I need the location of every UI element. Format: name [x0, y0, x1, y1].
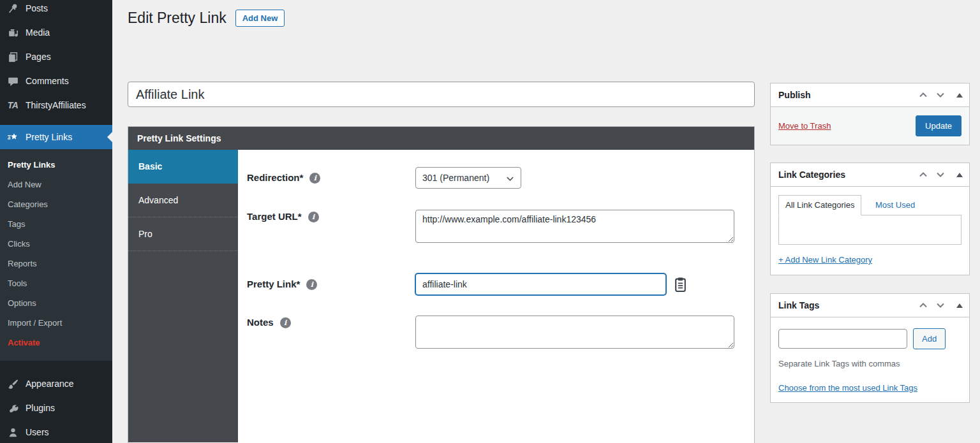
info-icon[interactable]: i: [308, 212, 319, 222]
sidebar-item-label: Media: [26, 27, 50, 38]
choose-most-used-tags-link[interactable]: Choose from the most used Link Tags: [778, 383, 917, 393]
main-content: Edit Pretty Link Add New Pretty Link Set…: [128, 0, 755, 443]
sidebar-item-pretty-links[interactable]: Pretty Links: [0, 125, 112, 149]
link-categories-body: All Link Categories Most Used + Add New …: [771, 186, 969, 275]
collapse-toggle-icon[interactable]: [956, 303, 963, 308]
sidebar-item-label: Appearance: [26, 379, 74, 389]
sidebar-item-media[interactable]: Media: [0, 20, 112, 45]
move-down-icon[interactable]: [935, 301, 946, 310]
tab-basic[interactable]: Basic: [128, 150, 238, 184]
category-list-panel[interactable]: [778, 215, 961, 245]
sidebar-item-posts[interactable]: Posts: [0, 0, 112, 20]
submenu-item-tags[interactable]: Tags: [0, 214, 112, 234]
sidebar-item-plugins[interactable]: Plugins: [0, 396, 112, 420]
publish-box-body: Move to Trash Update: [771, 106, 969, 145]
submenu-item-add-new[interactable]: Add New: [0, 175, 112, 194]
target-url-row: Target URL* i http://www.example.com/aff…: [247, 210, 741, 243]
pretty-link-settings-box: Pretty Link Settings Basic Advanced Pro …: [128, 126, 755, 443]
link-categories-box: Link Categories All Link Categories Most…: [770, 163, 970, 275]
redirection-label-wrap: Redirection* i: [247, 167, 415, 189]
move-down-icon[interactable]: [935, 170, 946, 179]
sidebar-item-label: Plugins: [26, 403, 55, 413]
submenu-item-categories[interactable]: Categories: [0, 194, 112, 214]
sidebar-item-label: Pretty Links: [26, 132, 72, 142]
pretty-link-input[interactable]: [415, 273, 666, 295]
add-new-link-category-link[interactable]: + Add New Link Category: [778, 255, 872, 265]
link-title-input[interactable]: [128, 82, 755, 107]
redirection-select-wrap: 301 (Permanent): [415, 167, 521, 189]
sidebar-item-pages[interactable]: Pages: [0, 45, 112, 69]
update-button[interactable]: Update: [916, 115, 961, 136]
admin-menu-top: Posts Media Pages Comments TA ThirstyAff…: [0, 0, 112, 443]
move-down-icon[interactable]: [935, 91, 946, 99]
notes-textarea[interactable]: [415, 316, 734, 349]
move-up-icon[interactable]: [918, 170, 928, 179]
publish-box: Publish Move to Trash Update: [770, 83, 970, 145]
pages-icon: [6, 50, 20, 64]
move-up-icon[interactable]: [918, 91, 928, 99]
paintbrush-icon: [6, 377, 20, 391]
notes-label: Notes: [247, 317, 274, 328]
redirection-row: Redirection* i 301 (Permanent): [247, 167, 741, 189]
clipboard-copy-icon[interactable]: [674, 277, 687, 293]
info-icon[interactable]: i: [309, 173, 320, 184]
submenu-item-pretty-links[interactable]: Pretty Links: [0, 155, 112, 175]
submenu-item-import-export[interactable]: Import / Export: [0, 313, 112, 333]
submenu-item-tools[interactable]: Tools: [0, 273, 112, 293]
settings-box-body: Basic Advanced Pro Redirection* i 301 (P…: [128, 150, 754, 442]
notes-row: Notes i: [247, 316, 741, 349]
sidebar-item-users[interactable]: Users: [0, 420, 112, 443]
sidebar-item-thirstyaffiliates[interactable]: TA ThirstyAffiliates: [0, 93, 112, 117]
link-tags-body: Add Separate Link Tags with commas Choos…: [771, 317, 969, 402]
page-title: Edit Pretty Link: [128, 8, 226, 27]
sidebar-item-label: Users: [26, 427, 49, 437]
collapse-toggle-icon[interactable]: [956, 93, 963, 98]
redirection-select[interactable]: 301 (Permanent): [415, 167, 521, 189]
page-header: Edit Pretty Link Add New: [128, 8, 755, 27]
target-url-label: Target URL*: [247, 211, 302, 222]
notes-label-wrap: Notes i: [247, 316, 415, 349]
settings-box-title: Pretty Link Settings: [128, 127, 754, 150]
category-tabs: All Link Categories Most Used: [778, 195, 961, 215]
tab-all-link-categories[interactable]: All Link Categories: [778, 195, 861, 215]
submenu-item-clicks[interactable]: Clicks: [0, 234, 112, 254]
admin-menu-bottom: Appearance Plugins Users: [0, 361, 112, 443]
postbox-controls: [918, 301, 963, 310]
tag-hint-text: Separate Link Tags with commas: [778, 359, 961, 368]
pretty-link-controls: [415, 273, 687, 295]
move-to-trash-link[interactable]: Move to Trash: [778, 121, 831, 131]
sidebar-item-comments[interactable]: Comments: [0, 69, 112, 93]
add-tag-button[interactable]: Add: [913, 328, 946, 349]
link-tags-box: Link Tags Add Separate Link Tags with co…: [770, 293, 970, 403]
link-tags-header[interactable]: Link Tags: [771, 294, 969, 317]
link-categories-header[interactable]: Link Categories: [771, 163, 969, 186]
settings-form: Redirection* i 301 (Permanent) T: [238, 150, 754, 442]
sidebar-item-appearance[interactable]: Appearance: [0, 372, 112, 396]
collapse-toggle-icon[interactable]: [956, 173, 963, 177]
submenu-item-activate[interactable]: Activate: [0, 333, 112, 352]
postbox-controls: [918, 91, 963, 99]
tab-most-used[interactable]: Most Used: [875, 200, 915, 210]
tab-pro[interactable]: Pro: [128, 217, 238, 251]
publish-box-title: Publish: [778, 90, 918, 100]
media-icon: [6, 25, 20, 40]
pretty-link-label-wrap: Pretty Link* i: [247, 273, 415, 295]
tag-input-row: Add: [778, 328, 961, 349]
pretty-link-row: Pretty Link* i: [247, 273, 741, 295]
submenu-item-reports[interactable]: Reports: [0, 254, 112, 273]
move-up-icon[interactable]: [918, 301, 928, 310]
comment-bubble-icon: [6, 74, 20, 88]
publish-box-header[interactable]: Publish: [771, 84, 969, 106]
submenu-item-options[interactable]: Options: [0, 293, 112, 313]
pretty-links-submenu: Pretty Links Add New Categories Tags Cli…: [0, 149, 112, 361]
user-icon: [6, 425, 20, 439]
redirection-label: Redirection*: [247, 172, 303, 184]
target-url-textarea[interactable]: http://www.example.com/affiliate-link123…: [415, 210, 734, 243]
info-icon[interactable]: i: [280, 317, 291, 328]
right-sidebar: Publish Move to Trash Update Link Catego…: [770, 0, 970, 403]
add-new-button[interactable]: Add New: [235, 10, 285, 27]
postbox-controls: [918, 170, 963, 179]
new-tag-input[interactable]: [778, 329, 907, 349]
info-icon[interactable]: i: [306, 279, 317, 290]
tab-advanced[interactable]: Advanced: [128, 184, 238, 217]
